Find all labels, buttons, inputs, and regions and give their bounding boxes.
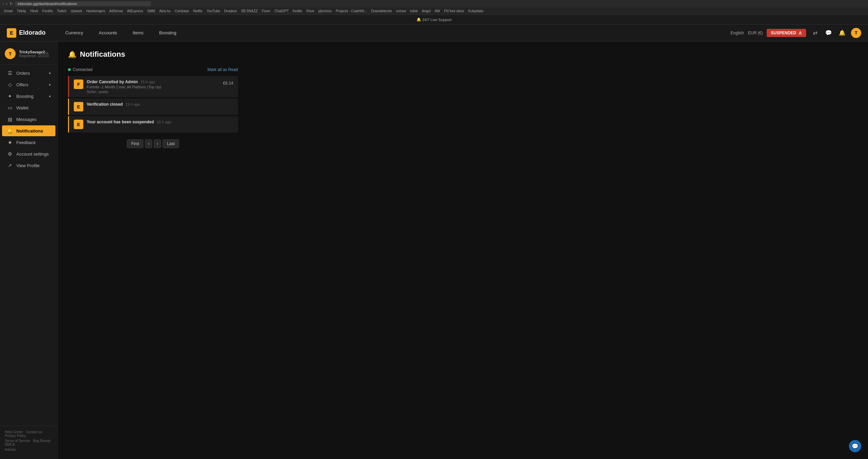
bookmark-projects---codewit...[interactable]: Projects - CodeWit... bbox=[334, 9, 369, 13]
notification-item-2[interactable]: E Verification closed 15 h ago bbox=[68, 99, 238, 115]
bookmark-fiverr[interactable]: Fiverr bbox=[260, 9, 272, 13]
notif-title-2: Verification closed 15 h ago bbox=[87, 102, 233, 107]
bookmark-tékép[interactable]: Tékép bbox=[15, 9, 28, 13]
notification-item-1[interactable]: F Order Cancelled by Admin 15 h ago Fort… bbox=[68, 76, 238, 97]
orders-arrow: ▾ bbox=[49, 71, 51, 75]
sidebar-item-notifications[interactable]: 🔔 Notifications bbox=[2, 125, 55, 136]
help-center-link[interactable]: Help Center bbox=[5, 430, 23, 434]
url-bar[interactable]: eldorado.gg/dashboard/notifications bbox=[15, 1, 151, 6]
chat-icon-btn[interactable]: 💬 bbox=[824, 28, 833, 38]
notif-amount-1: €6.14 bbox=[223, 81, 233, 86]
footer-links-row1: Help Center Contact us Privacy Policy bbox=[5, 430, 53, 438]
forward-button[interactable]: › bbox=[6, 1, 7, 6]
mark-all-read-link[interactable]: Mark all as Read bbox=[207, 67, 238, 72]
bookmark-drive[interactable]: Drive bbox=[305, 9, 316, 13]
privacy-policy-link[interactable]: Privacy Policy bbox=[5, 434, 26, 438]
pagination: First ‹ › Last bbox=[68, 139, 238, 148]
sidebar-item-orders[interactable]: ☰ Orders ▾ bbox=[2, 68, 55, 78]
prev-page-button[interactable]: ‹ bbox=[145, 139, 152, 148]
last-page-button[interactable]: Last bbox=[163, 139, 179, 148]
connection-status-bar: Connected Mark all as Read bbox=[68, 67, 238, 72]
bookmark-adsense[interactable]: AdSense bbox=[107, 9, 125, 13]
nav-currency[interactable]: Currency bbox=[63, 29, 86, 37]
bookmark-downdetector[interactable]: Downdetector bbox=[369, 9, 394, 13]
bookmark-fn-free-skins[interactable]: FN free skins bbox=[442, 9, 466, 13]
nav-boosting[interactable]: Boosting bbox=[156, 29, 179, 37]
boosting-arrow: ▾ bbox=[49, 94, 51, 98]
bookmark-alza.hu[interactable]: Alza.hu bbox=[157, 9, 172, 13]
bookmark-chatgpt[interactable]: ChatGPT bbox=[273, 9, 290, 13]
notif-title-1: Order Cancelled by Admin 15 h ago bbox=[87, 80, 220, 84]
notif-top-2: E Verification closed 15 h ago bbox=[74, 102, 233, 111]
sidebar-item-account-settings[interactable]: ⚙ Account settings bbox=[2, 148, 55, 159]
next-page-button[interactable]: › bbox=[154, 139, 161, 148]
notif-content-3: Your account has been suspended 15 h ago bbox=[87, 120, 233, 124]
currency-selector[interactable]: EUR (€) bbox=[748, 31, 763, 35]
bookmark-youtube[interactable]: YouTube bbox=[205, 9, 222, 13]
bookmark-netflix[interactable]: Netflix bbox=[191, 9, 204, 13]
articles-link[interactable]: Articles bbox=[5, 448, 16, 452]
bookmark-school[interactable]: school bbox=[394, 9, 408, 13]
terms-link[interactable]: Terms of Service bbox=[5, 439, 30, 443]
notifications-icon-btn[interactable]: 🔔 bbox=[837, 28, 847, 38]
bookmark-twitch[interactable]: Twitch bbox=[55, 9, 68, 13]
bookmark-aliexpress[interactable]: AliExpress bbox=[125, 9, 145, 13]
user-avatar[interactable]: T bbox=[851, 28, 861, 38]
notif-content-1: Order Cancelled by Admin 15 h ago Fortni… bbox=[87, 80, 220, 94]
bookmark-plyrctnss[interactable]: plyrctnss bbox=[317, 9, 333, 13]
connected-indicator bbox=[68, 68, 71, 71]
bookmark-aw[interactable]: AW bbox=[433, 9, 442, 13]
sidebar-item-feedback[interactable]: ★ Feedback bbox=[2, 137, 55, 148]
language-selector[interactable]: English bbox=[731, 31, 744, 35]
chat-widget[interactable]: 💬 bbox=[849, 440, 861, 452]
bookmark-dropbox[interactable]: Dropbox bbox=[222, 9, 239, 13]
connection-info: Connected bbox=[68, 67, 92, 72]
page-title: Notifications bbox=[80, 50, 125, 59]
bookmark-sb-snazz[interactable]: SB SNAZZ bbox=[239, 9, 259, 13]
bookmark-hirek[interactable]: Hirek bbox=[29, 9, 40, 13]
page-bell-icon: 🔔 bbox=[68, 50, 76, 58]
bookmark-fordits[interactable]: FordIts bbox=[40, 9, 54, 13]
footer-links-row2: Terms of Service Bug Bounty DMCA bbox=[5, 439, 53, 446]
bookmark-coinbase[interactable]: Coinbase bbox=[173, 9, 191, 13]
nav-accounts[interactable]: Accounts bbox=[96, 29, 120, 37]
notifications-icon: 🔔 bbox=[7, 128, 13, 134]
notif-time-2: 15 h ago bbox=[125, 102, 140, 106]
first-page-button[interactable]: First bbox=[127, 139, 143, 148]
wallet-icon: ▭ bbox=[7, 105, 13, 110]
reload-button[interactable]: ↻ bbox=[10, 1, 13, 6]
bookmark-upwork[interactable]: Upwork bbox=[69, 9, 84, 13]
sidebar: T TrickySavage2... Registered: 12/2/23 ☰… bbox=[0, 41, 58, 459]
sidebar-item-boosting[interactable]: ✦ Boosting ▾ bbox=[2, 91, 55, 102]
notif-game-icon-2: E bbox=[74, 102, 83, 111]
sidebar-item-messages[interactable]: ▤ Messages bbox=[2, 114, 55, 125]
suspended-button[interactable]: SUSPENDED ⚠ bbox=[767, 29, 806, 37]
bookmark-lcitek[interactable]: lcitek bbox=[408, 9, 420, 13]
bookmark-hardverapro[interactable]: Hardverapro bbox=[85, 9, 107, 13]
main-content: 🔔 Notifications Connected Mark all as Re… bbox=[58, 41, 868, 459]
nav-items[interactable]: Items bbox=[130, 29, 146, 37]
profile-icon: ↗ bbox=[7, 163, 13, 168]
back-button[interactable]: ‹ bbox=[3, 1, 4, 6]
transfer-icon-btn[interactable]: ⇄ bbox=[810, 28, 820, 38]
dmca-link[interactable]: DMCA bbox=[5, 443, 15, 446]
bookmark-kutayitato[interactable]: Kutayitato bbox=[466, 9, 485, 13]
bug-bounty-link[interactable]: Bug Bounty bbox=[33, 439, 51, 443]
contact-us-link[interactable]: Contact us bbox=[26, 430, 42, 434]
logo-icon: E bbox=[7, 28, 16, 38]
notif-top-1: F Order Cancelled by Admin 15 h ago Fort… bbox=[74, 80, 233, 94]
bookmark-smm[interactable]: SMM bbox=[146, 9, 157, 13]
notif-game-icon-1: F bbox=[74, 80, 83, 89]
browser-chrome: ‹ › ↻ eldorado.gg/dashboard/notification… bbox=[0, 0, 868, 7]
notif-game-icon-3: E bbox=[74, 120, 83, 129]
sidebar-item-offers[interactable]: ◇ Offers ▾ bbox=[2, 79, 55, 90]
offers-icon: ◇ bbox=[7, 82, 13, 87]
bookmark-fordito[interactable]: fordito bbox=[291, 9, 304, 13]
sidebar-item-wallet[interactable]: ▭ Wallet bbox=[2, 102, 55, 113]
sidebar-item-view-profile[interactable]: ↗ View Profile bbox=[2, 160, 55, 171]
logo[interactable]: E Eldorado bbox=[7, 28, 46, 38]
notif-desc-1: Fortnite -1 Month Crew; All Platform (To… bbox=[87, 85, 220, 89]
notification-item-3[interactable]: E Your account has been suspended 15 h a… bbox=[68, 116, 238, 133]
bookmark-gmail[interactable]: Gmail bbox=[2, 9, 14, 13]
bookmark-angol[interactable]: Angol bbox=[420, 9, 432, 13]
